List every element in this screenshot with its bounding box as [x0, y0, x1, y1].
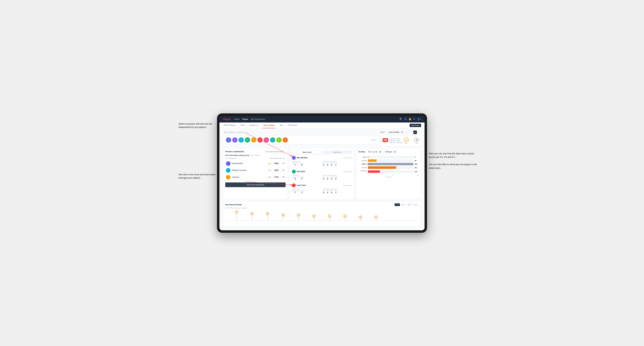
streak-baseline	[225, 220, 419, 221]
tablet-frame: clippd Home Teams My Performance 🔍 👤 🔔 ⚙…	[217, 113, 427, 233]
bar-row-eagles: Eagles 3	[358, 156, 419, 158]
most-active-tab[interactable]: Most Active	[292, 151, 322, 154]
view-full-leaderboard-button[interactable]: View Full Leaderboard	[225, 182, 286, 187]
least-active-tab[interactable]: Least Active	[322, 151, 352, 154]
streak-pin-label: 7x	[235, 210, 238, 214]
axis-label: Total Shots	[358, 176, 419, 178]
subnav-team-clippd[interactable]: Team Clippd	[262, 123, 275, 128]
player-stats: Total Rounds Tournament 7 Practice	[292, 188, 352, 194]
streak-pin-stem	[236, 214, 237, 221]
edit-icon[interactable]: ✎	[246, 131, 247, 133]
show-label: Show:	[380, 131, 385, 133]
streak-pin: 3x	[359, 215, 362, 221]
player-info-row: Josh Coles 26 Aug 2023	[292, 183, 352, 187]
player-avg: 110	[280, 163, 285, 165]
bar-track	[368, 170, 414, 173]
streaks-chart: 7x 6x 6x	[225, 210, 419, 224]
rank-badge: 🥇 1	[268, 163, 272, 165]
streak-pin: 5x	[297, 213, 300, 221]
avatar[interactable]: T	[270, 137, 275, 143]
player-name: Richard Butler	[232, 163, 267, 165]
nav-home[interactable]: Home	[234, 117, 239, 121]
subnav-pgat[interactable]: PGAT Players	[223, 123, 236, 128]
streak-pin: 6x	[266, 212, 269, 221]
player-avatar	[226, 168, 230, 173]
player-name: Edward Crossman	[232, 169, 267, 171]
app-button[interactable]: APP	[400, 203, 406, 206]
avatar[interactable]: R	[226, 137, 231, 143]
bar-value: 311	[414, 167, 419, 169]
avatar-list: R E C B J A M T S P	[226, 137, 369, 143]
avatar[interactable]: S	[276, 137, 282, 143]
add-team-button[interactable]: Add Team	[410, 124, 421, 127]
people-icon[interactable]: 👤	[404, 118, 407, 120]
total-rounds-group: Total Rounds Tournament 7 Practice	[292, 188, 322, 194]
user-menu[interactable]: 👤▾	[417, 118, 421, 120]
bar-label: Pars	[358, 163, 367, 165]
sort-icon[interactable]: ↕	[418, 131, 421, 134]
player-avatar-sm	[292, 156, 296, 160]
bell-icon[interactable]: 🔔	[408, 118, 412, 120]
streaks-buttons: OTT APP ARG PUTT	[394, 203, 419, 206]
subnav-all-players[interactable]: All Players	[288, 123, 298, 128]
subnav-tour[interactable]: Tour	[279, 123, 284, 128]
bar-label: Bogeys	[358, 167, 367, 169]
streak-pin-label: 6x	[266, 212, 269, 215]
arg-button[interactable]: ARG	[406, 203, 412, 206]
scoring-title: Scoring	[358, 151, 365, 153]
activity-tabs: Most Active Least Active	[292, 150, 352, 154]
practice-activities-group: Total Practice Activities OTT 0 APP	[322, 188, 352, 194]
avatar[interactable]: M	[264, 137, 269, 143]
score-badge: 198	[382, 138, 388, 142]
streak-pin-stem	[360, 219, 361, 221]
avatar[interactable]: B	[245, 137, 250, 143]
show-select[interactable]: Last 3 months	[386, 131, 404, 134]
bar-row-pars: Pars 499	[358, 163, 419, 165]
avatar[interactable]: J	[251, 137, 256, 143]
player-filter[interactable]: All Players	[383, 150, 396, 154]
streak-pin: 4x	[312, 214, 316, 221]
bar-value: 3	[414, 156, 419, 158]
ott-button[interactable]: OTT	[394, 203, 400, 206]
streak-pin-label: 4x	[343, 214, 347, 218]
player-avatar-sm	[292, 183, 296, 187]
streak-pin: 6x	[250, 212, 254, 221]
player-score: 19/20	[273, 163, 278, 165]
practice-leaderboards-card: Practice Leaderboards PUTT Must Make Put…	[223, 148, 288, 199]
streak-pin-stem	[298, 217, 299, 221]
score-circles: 16 yds 0 yds	[404, 138, 419, 144]
scoring-header: Scoring Par 3, 4 & 5s All Players	[358, 150, 419, 154]
nav-my-performance[interactable]: My Performance	[251, 117, 265, 121]
nav-teams[interactable]: Teams	[242, 117, 248, 121]
nav-bar: clippd Home Teams My Performance 🔍 👤 🔔 ⚙…	[220, 116, 424, 123]
scoring-card: Scoring Par 3, 4 & 5s All Players Eagles	[356, 148, 421, 199]
card-view-icon[interactable]: ▤	[413, 131, 417, 134]
avatar[interactable]: E	[232, 137, 238, 143]
drill-dropdown[interactable]: PUTT Must Make Putting...	[264, 150, 286, 153]
avatar[interactable]: C	[238, 137, 244, 143]
nav-icons: 🔍 👤 🔔 ⚙ 👤▾	[400, 118, 421, 120]
streak-pin-stem	[283, 217, 283, 221]
player-activity-row: Rees Britt 02 Sep 2023 Total Rounds Tour…	[292, 170, 352, 182]
streak-pin: 3x	[374, 215, 378, 221]
avatar[interactable]: A	[258, 137, 263, 143]
grid-view-icon[interactable]: ⊞	[405, 131, 408, 134]
bar-label: Eagles	[358, 156, 367, 158]
subnav-pga[interactable]: PGA	[240, 123, 245, 128]
player-name: Rees Britt	[297, 171, 342, 173]
search-icon[interactable]: 🔍	[400, 118, 402, 120]
subnav-hcaps[interactable]: Hcaps 1-5	[249, 123, 259, 128]
player-score: 17/20	[273, 176, 278, 178]
leaderboard-card-header: Practice Leaderboards PUTT Must Make Put…	[225, 150, 286, 153]
app-logo: clippd	[223, 118, 231, 121]
player-name: Blair McHarg	[297, 157, 342, 159]
players-label: Players	[371, 139, 376, 141]
list-view-icon[interactable]: ≡	[409, 131, 413, 134]
leaderboard-row: Cameron... 🥉 3 17/20 103	[225, 174, 286, 181]
putt-button[interactable]: PUTT	[413, 203, 419, 206]
settings-icon[interactable]: ⚙	[413, 118, 415, 120]
score-info: Shot Dist: 16 yds Start Lie: Rough End L…	[390, 138, 402, 144]
avatar[interactable]: P	[282, 137, 288, 143]
par-filter[interactable]: Par 3, 4 & 5s	[366, 150, 382, 154]
player-avatar-sm	[292, 170, 296, 173]
